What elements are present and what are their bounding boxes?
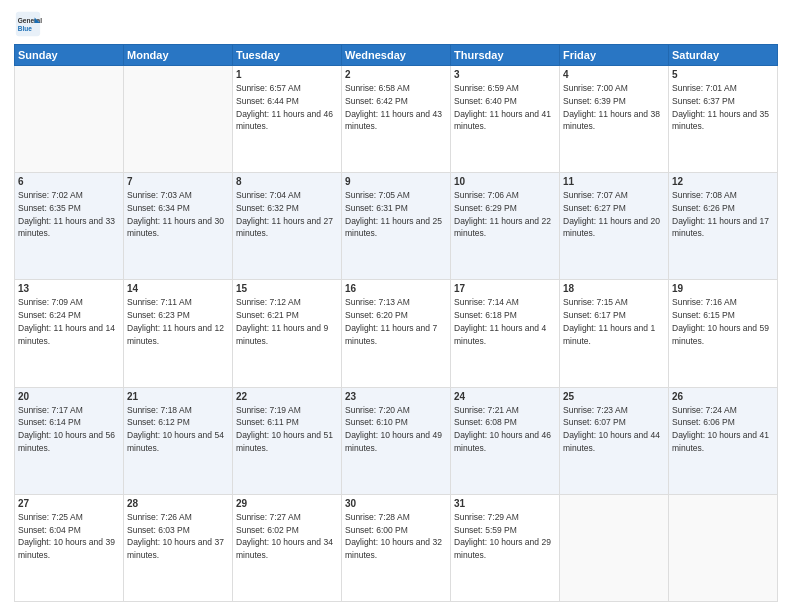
day-info-line: Sunset: 6:00 PM: [345, 524, 447, 537]
day-cell: 13Sunrise: 7:09 AMSunset: 6:24 PMDayligh…: [15, 280, 124, 387]
day-cell: 22Sunrise: 7:19 AMSunset: 6:11 PMDayligh…: [233, 387, 342, 494]
logo-icon: General Blue: [14, 10, 42, 38]
week-row-4: 20Sunrise: 7:17 AMSunset: 6:14 PMDayligh…: [15, 387, 778, 494]
col-header-tuesday: Tuesday: [233, 45, 342, 66]
day-info-line: Sunset: 6:06 PM: [672, 416, 774, 429]
day-info-line: Sunset: 6:27 PM: [563, 202, 665, 215]
day-info-line: Daylight: 11 hours and 35 minutes.: [672, 108, 774, 134]
day-info-line: Sunrise: 7:09 AM: [18, 296, 120, 309]
day-info-line: Daylight: 10 hours and 49 minutes.: [345, 429, 447, 455]
header: General Blue: [14, 10, 778, 38]
day-number: 14: [127, 283, 229, 294]
day-cell: 28Sunrise: 7:26 AMSunset: 6:03 PMDayligh…: [124, 494, 233, 601]
day-info: Sunrise: 7:28 AMSunset: 6:00 PMDaylight:…: [345, 511, 447, 562]
day-info-line: Sunset: 6:15 PM: [672, 309, 774, 322]
day-number: 23: [345, 391, 447, 402]
day-cell: 6Sunrise: 7:02 AMSunset: 6:35 PMDaylight…: [15, 173, 124, 280]
day-info: Sunrise: 7:14 AMSunset: 6:18 PMDaylight:…: [454, 296, 556, 347]
day-info: Sunrise: 7:17 AMSunset: 6:14 PMDaylight:…: [18, 404, 120, 455]
day-number: 13: [18, 283, 120, 294]
day-info: Sunrise: 7:00 AMSunset: 6:39 PMDaylight:…: [563, 82, 665, 133]
day-info-line: Daylight: 11 hours and 25 minutes.: [345, 215, 447, 241]
day-info: Sunrise: 7:08 AMSunset: 6:26 PMDaylight:…: [672, 189, 774, 240]
day-info-line: Sunrise: 7:16 AM: [672, 296, 774, 309]
day-info: Sunrise: 7:07 AMSunset: 6:27 PMDaylight:…: [563, 189, 665, 240]
day-info-line: Daylight: 11 hours and 30 minutes.: [127, 215, 229, 241]
day-info-line: Daylight: 11 hours and 22 minutes.: [454, 215, 556, 241]
day-cell: 12Sunrise: 7:08 AMSunset: 6:26 PMDayligh…: [669, 173, 778, 280]
day-number: 10: [454, 176, 556, 187]
day-cell: 11Sunrise: 7:07 AMSunset: 6:27 PMDayligh…: [560, 173, 669, 280]
day-info-line: Sunset: 6:42 PM: [345, 95, 447, 108]
day-number: 19: [672, 283, 774, 294]
day-number: 12: [672, 176, 774, 187]
day-info-line: Sunrise: 7:08 AM: [672, 189, 774, 202]
day-info-line: Sunrise: 7:04 AM: [236, 189, 338, 202]
day-cell: 7Sunrise: 7:03 AMSunset: 6:34 PMDaylight…: [124, 173, 233, 280]
week-row-2: 6Sunrise: 7:02 AMSunset: 6:35 PMDaylight…: [15, 173, 778, 280]
day-cell: 1Sunrise: 6:57 AMSunset: 6:44 PMDaylight…: [233, 66, 342, 173]
day-number: 28: [127, 498, 229, 509]
day-info-line: Sunrise: 7:12 AM: [236, 296, 338, 309]
day-info: Sunrise: 7:06 AMSunset: 6:29 PMDaylight:…: [454, 189, 556, 240]
day-info-line: Sunset: 6:12 PM: [127, 416, 229, 429]
day-info: Sunrise: 7:16 AMSunset: 6:15 PMDaylight:…: [672, 296, 774, 347]
day-number: 7: [127, 176, 229, 187]
day-info-line: Sunrise: 7:00 AM: [563, 82, 665, 95]
day-info-line: Sunset: 6:03 PM: [127, 524, 229, 537]
day-info: Sunrise: 7:25 AMSunset: 6:04 PMDaylight:…: [18, 511, 120, 562]
day-info-line: Sunrise: 7:17 AM: [18, 404, 120, 417]
day-info-line: Daylight: 11 hours and 9 minutes.: [236, 322, 338, 348]
day-cell: [124, 66, 233, 173]
day-info-line: Sunrise: 7:29 AM: [454, 511, 556, 524]
day-number: 17: [454, 283, 556, 294]
day-info-line: Daylight: 11 hours and 4 minutes.: [454, 322, 556, 348]
day-cell: [15, 66, 124, 173]
day-info-line: Sunset: 6:20 PM: [345, 309, 447, 322]
day-cell: 8Sunrise: 7:04 AMSunset: 6:32 PMDaylight…: [233, 173, 342, 280]
day-info-line: Sunset: 6:34 PM: [127, 202, 229, 215]
day-cell: [560, 494, 669, 601]
day-info-line: Daylight: 11 hours and 17 minutes.: [672, 215, 774, 241]
day-info: Sunrise: 6:59 AMSunset: 6:40 PMDaylight:…: [454, 82, 556, 133]
week-row-5: 27Sunrise: 7:25 AMSunset: 6:04 PMDayligh…: [15, 494, 778, 601]
day-info-line: Daylight: 11 hours and 27 minutes.: [236, 215, 338, 241]
day-info-line: Sunrise: 7:25 AM: [18, 511, 120, 524]
day-number: 26: [672, 391, 774, 402]
day-cell: [669, 494, 778, 601]
col-header-wednesday: Wednesday: [342, 45, 451, 66]
day-cell: 21Sunrise: 7:18 AMSunset: 6:12 PMDayligh…: [124, 387, 233, 494]
day-cell: 5Sunrise: 7:01 AMSunset: 6:37 PMDaylight…: [669, 66, 778, 173]
day-info-line: Sunset: 6:31 PM: [345, 202, 447, 215]
col-header-thursday: Thursday: [451, 45, 560, 66]
day-number: 16: [345, 283, 447, 294]
calendar-header-row: SundayMondayTuesdayWednesdayThursdayFrid…: [15, 45, 778, 66]
day-info-line: Sunset: 6:32 PM: [236, 202, 338, 215]
day-number: 31: [454, 498, 556, 509]
day-cell: 16Sunrise: 7:13 AMSunset: 6:20 PMDayligh…: [342, 280, 451, 387]
calendar-table: SundayMondayTuesdayWednesdayThursdayFrid…: [14, 44, 778, 602]
day-info: Sunrise: 7:13 AMSunset: 6:20 PMDaylight:…: [345, 296, 447, 347]
day-cell: 26Sunrise: 7:24 AMSunset: 6:06 PMDayligh…: [669, 387, 778, 494]
day-info-line: Sunset: 6:11 PM: [236, 416, 338, 429]
day-info: Sunrise: 7:11 AMSunset: 6:23 PMDaylight:…: [127, 296, 229, 347]
day-number: 4: [563, 69, 665, 80]
day-cell: 17Sunrise: 7:14 AMSunset: 6:18 PMDayligh…: [451, 280, 560, 387]
day-number: 2: [345, 69, 447, 80]
day-info-line: Sunrise: 7:13 AM: [345, 296, 447, 309]
day-info: Sunrise: 7:27 AMSunset: 6:02 PMDaylight:…: [236, 511, 338, 562]
day-info-line: Sunset: 6:02 PM: [236, 524, 338, 537]
day-info-line: Sunrise: 7:24 AM: [672, 404, 774, 417]
col-header-monday: Monday: [124, 45, 233, 66]
day-info-line: Daylight: 11 hours and 46 minutes.: [236, 108, 338, 134]
day-info: Sunrise: 7:26 AMSunset: 6:03 PMDaylight:…: [127, 511, 229, 562]
day-cell: 24Sunrise: 7:21 AMSunset: 6:08 PMDayligh…: [451, 387, 560, 494]
day-number: 29: [236, 498, 338, 509]
day-info-line: Sunset: 6:35 PM: [18, 202, 120, 215]
day-info-line: Sunset: 6:23 PM: [127, 309, 229, 322]
day-info-line: Daylight: 10 hours and 39 minutes.: [18, 536, 120, 562]
day-info-line: Sunrise: 7:18 AM: [127, 404, 229, 417]
day-info-line: Daylight: 10 hours and 54 minutes.: [127, 429, 229, 455]
day-cell: 23Sunrise: 7:20 AMSunset: 6:10 PMDayligh…: [342, 387, 451, 494]
col-header-saturday: Saturday: [669, 45, 778, 66]
